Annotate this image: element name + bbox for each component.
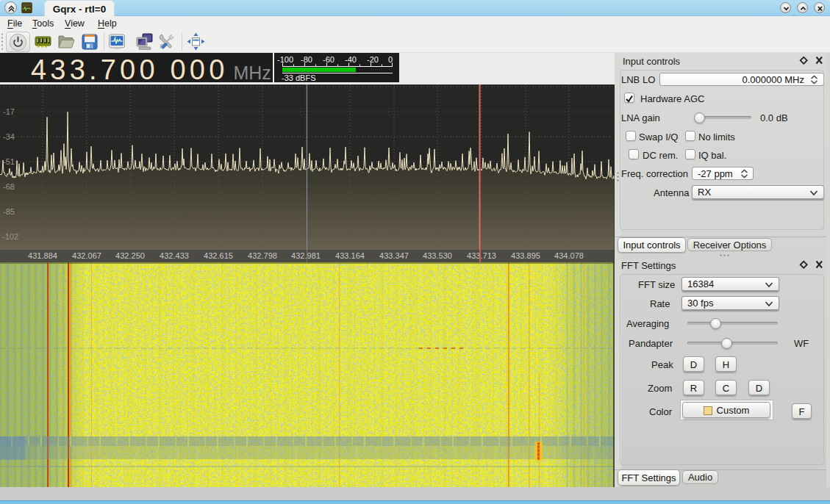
svg-text:-85: -85 (3, 207, 15, 216)
svg-text:-17: -17 (3, 107, 15, 116)
svg-text:-40: -40 (345, 55, 357, 64)
svg-text:-68: -68 (3, 182, 15, 191)
svg-text:-51: -51 (3, 157, 15, 166)
svg-text:-102: -102 (2, 232, 18, 241)
svg-text:-20: -20 (367, 55, 379, 64)
svg-text:-100: -100 (277, 55, 293, 64)
svg-text:-60: -60 (323, 55, 334, 64)
svg-text:-34: -34 (3, 132, 15, 141)
svg-text:-80: -80 (301, 55, 312, 64)
svg-text:-33 dBFS: -33 dBFS (282, 73, 315, 82)
svg-text:0: 0 (388, 55, 393, 64)
